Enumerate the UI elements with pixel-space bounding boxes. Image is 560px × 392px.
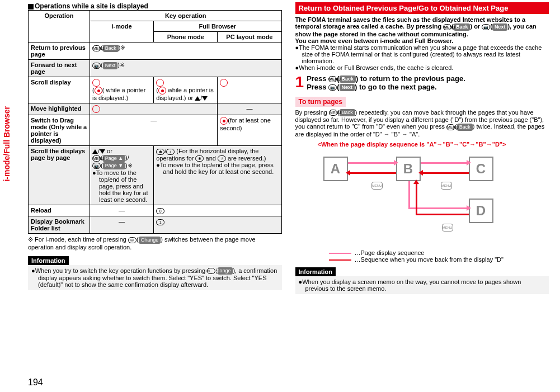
pageup-softkey-icon: Page ▲	[103, 155, 125, 162]
legend: …Page display sequence …Sequence when yo…	[329, 249, 549, 263]
info-box-right: ●When you display a screen memo on the w…	[295, 276, 549, 294]
hash-key-icon: ♯	[166, 149, 175, 155]
multi-key-icon	[220, 79, 228, 87]
menu-key-icon: MENU	[92, 45, 101, 51]
diagram-box-b: B	[396, 157, 421, 181]
mail-key-icon: ✉	[128, 237, 137, 243]
right-column: Return to Obtained Previous Page/Go to O…	[295, 2, 549, 294]
page-number: 194	[28, 377, 43, 388]
menu-key-icon: MENU	[443, 24, 451, 30]
back-softkey-icon: Back	[103, 45, 119, 52]
pagedn-softkey-icon: Page ▼	[103, 162, 125, 169]
multi-key-icon	[92, 79, 100, 87]
menu-key-icon: MENU	[446, 124, 455, 130]
table-row: Move highlighted —	[29, 103, 282, 115]
table-row: Scroll display (( while a pointer is dis…	[29, 77, 282, 103]
section-heading: Return to Obtained Previous Page/Go to O…	[295, 2, 549, 14]
side-tab: i-mode/Full Browser	[2, 106, 11, 182]
th-operation: Operation	[29, 11, 90, 42]
mail-key-icon: ✉	[207, 268, 215, 274]
diagram-box-c: C	[469, 157, 493, 181]
diagram-title: <When the page display sequence is "A"→"…	[318, 141, 549, 148]
sub-heading: To turn pages	[295, 97, 346, 107]
intro-para: The FOMA terminal saves the files such a…	[295, 16, 549, 44]
operations-table: Operation Key operation i-mode Full Brow…	[28, 10, 282, 234]
menu-key-icon: MENU	[329, 110, 337, 116]
bullet-item: ●The FOMA terminal starts communication …	[295, 44, 549, 64]
th-keyop: Key operation	[90, 11, 282, 21]
table-row: Display Bookmark Folder list — 1	[29, 216, 282, 234]
back-softkey-icon: Back	[340, 109, 355, 116]
next-softkey-icon: Next	[492, 23, 508, 31]
menu-key-icon: MENU	[92, 155, 101, 162]
footnote: ※ For i-mode, each time of pressing ✉(Ch…	[28, 236, 282, 251]
up-key-icon	[195, 96, 200, 101]
table-row: Return to previous page MENU(Back)※	[29, 42, 282, 60]
back-softkey-icon: Back	[340, 75, 356, 83]
camera-key-icon: 📷	[92, 163, 101, 169]
camera-key-icon: 📷	[328, 84, 337, 91]
th-imode: i-mode	[90, 21, 154, 42]
turn-pages-para: By pressing MENU(Back) repeatedly, you c…	[295, 109, 549, 138]
ops-heading: Operations while a site is displayed	[28, 2, 282, 10]
next-softkey-icon: Next	[340, 84, 355, 91]
one-key-icon: 1	[156, 219, 164, 225]
th-phone: Phone mode	[154, 32, 218, 42]
th-fullbrowser: Full Browser	[154, 21, 281, 32]
camera-key-icon: 📷	[482, 24, 490, 30]
hash-key-icon: ♯	[218, 155, 226, 162]
table-row: Scroll the displays page by page / or ME…	[29, 146, 282, 205]
multi-key-icon	[156, 79, 164, 87]
menu-key-icon: MENU	[328, 76, 337, 82]
back-softkey-icon: Back	[457, 124, 473, 131]
page-diagram: A B C D MENU MENU MENU	[318, 151, 519, 246]
multi-key-icon	[220, 117, 228, 125]
legend-line-pink-icon	[329, 253, 351, 254]
change-softkey-icon: Change	[218, 267, 233, 275]
zero-key-icon: 0	[156, 208, 164, 214]
multi-key-icon	[158, 87, 166, 95]
info-heading: Information	[295, 267, 336, 276]
asterisk-key-icon: ✱	[195, 155, 204, 162]
info-box-left: ●When you try to switch the key operatio…	[28, 265, 282, 291]
step-number-icon: 1	[295, 74, 304, 90]
th-pc: PC layout mode	[218, 32, 281, 42]
step-text: Press MENU(Back) to return to the previo…	[307, 74, 508, 91]
info-heading: Information	[28, 256, 69, 265]
diagram-box-d: D	[469, 199, 493, 223]
menu-mini-icon: MENU	[442, 224, 453, 232]
left-column: Operations while a site is displayed Ope…	[28, 2, 282, 294]
asterisk-key-icon: ✱	[156, 149, 164, 155]
down-key-icon	[202, 96, 208, 101]
multi-key-icon	[92, 105, 100, 113]
back-softkey-icon: Back	[454, 23, 470, 31]
legend-line-red-icon	[329, 259, 351, 261]
multi-key-icon	[95, 87, 102, 95]
next-softkey-icon: Next	[103, 62, 118, 69]
bullet-item: ●When i-mode or Full Browser ends, the c…	[295, 64, 549, 71]
table-row: Forward to next page 📷(Next)※	[29, 60, 282, 77]
camera-key-icon: 📷	[92, 63, 101, 69]
down-key-icon	[100, 149, 105, 154]
change-softkey-icon: Change	[139, 237, 161, 244]
up-key-icon	[92, 149, 98, 154]
menu-mini-icon: MENU	[441, 182, 452, 190]
square-bullet-icon	[28, 4, 34, 10]
table-row: Switch to Drag mode (Only while a pointe…	[29, 115, 282, 146]
table-row: Reload — 0	[29, 205, 282, 216]
diagram-box-a: A	[323, 157, 348, 181]
menu-mini-icon: MENU	[371, 182, 383, 190]
